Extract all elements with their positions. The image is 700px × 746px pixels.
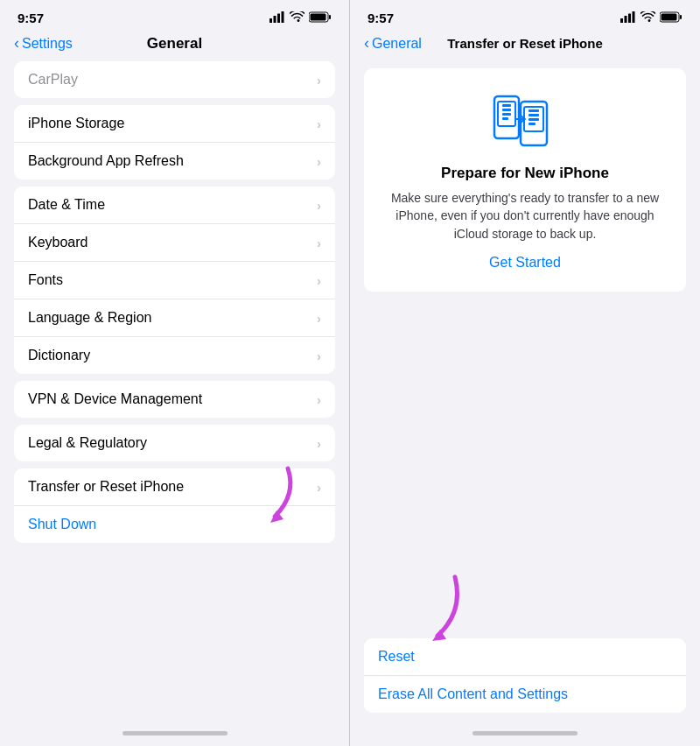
wifi-icon [290,11,304,25]
back-button-right[interactable]: ‹ General [364,34,422,53]
status-bar-left: 9:57 [0,0,349,31]
prepare-icon [490,89,560,154]
svg-rect-10 [628,13,631,23]
legal-chevron: › [317,436,321,451]
background-refresh-item[interactable]: Background App Refresh › [14,143,335,179]
bottom-section-wrapper: Reset Erase All Content and Settings [350,638,700,720]
home-indicator-right [350,720,700,746]
datetime-section: Date & Time › Keyboard › Fonts › Languag… [14,186,335,374]
background-refresh-chevron: › [317,154,321,169]
battery-icon [309,11,332,25]
background-refresh-label: Background App Refresh [28,153,184,169]
reset-label: Reset [378,649,415,665]
reset-bottom-section: Reset Erase All Content and Settings [364,638,686,713]
language-region-item[interactable]: Language & Region › [14,299,335,337]
transfer-reset-chevron: › [317,480,321,495]
nav-bar-right: ‹ General Transfer or Reset iPhone [350,31,700,61]
dictionary-chevron: › [317,348,321,363]
home-bar-right [472,731,578,735]
vpn-section: VPN & Device Management › [14,381,335,418]
reset-section: Transfer or Reset iPhone › Shut Down [14,468,335,543]
left-panel: 9:57 ‹ Settings General CarPlay › [0,0,350,746]
svg-rect-0 [270,18,272,23]
svg-rect-20 [502,117,508,120]
svg-rect-14 [680,15,682,19]
vpn-label: VPN & Device Management [28,391,202,407]
spacer-right [350,299,700,638]
svg-rect-24 [528,114,539,116]
vpn-chevron: › [317,392,321,407]
back-button-left[interactable]: ‹ Settings [14,34,73,53]
home-bar-left [122,731,228,735]
iphone-storage-label: iPhone Storage [28,116,124,131]
keyboard-item[interactable]: Keyboard › [14,224,335,262]
get-started-link[interactable]: Get Started [489,255,561,271]
legal-item[interactable]: Legal & Regulatory › [14,425,335,461]
svg-rect-25 [528,118,539,121]
back-chevron-left: ‹ [14,34,19,53]
carplay-chevron: › [317,73,321,88]
prepare-desc: Make sure everything's ready to transfer… [382,189,668,243]
page-title-right: Transfer or Reset iPhone [447,36,603,51]
fonts-chevron: › [317,273,321,288]
fonts-label: Fonts [28,272,63,288]
svg-rect-3 [282,11,284,23]
svg-rect-26 [528,123,536,125]
transfer-section-wrapper: Transfer or Reset iPhone › Shut Down [0,468,349,543]
time-right: 9:57 [368,11,394,25]
signal-icon [270,11,285,25]
erase-item[interactable]: Erase All Content and Settings [364,676,686,713]
svg-rect-6 [329,15,331,19]
svg-rect-13 [662,13,677,20]
date-time-chevron: › [317,198,321,213]
language-region-label: Language & Region [28,310,151,326]
iphone-storage-item[interactable]: iPhone Storage › [14,105,335,143]
home-indicator-left [0,720,349,746]
prepare-card: Prepare for New iPhone Make sure everyth… [364,68,686,292]
carplay-label: CarPlay [28,72,78,88]
date-time-item[interactable]: Date & Time › [14,186,335,224]
svg-rect-2 [277,13,280,23]
dictionary-label: Dictionary [28,348,90,363]
svg-rect-9 [625,16,627,23]
svg-rect-23 [528,109,539,112]
signal-icon-right [620,11,636,25]
svg-rect-5 [311,13,326,20]
nav-bar-left: ‹ Settings General [0,31,349,61]
svg-rect-17 [502,104,511,107]
page-title-left: General [147,35,202,53]
status-icons-right [620,11,682,25]
svg-rect-11 [633,11,635,23]
status-bar-right: 9:57 [350,0,700,31]
transfer-reset-label: Transfer or Reset iPhone [28,479,184,495]
transfer-reset-item[interactable]: Transfer or Reset iPhone › [14,468,335,506]
carplay-item[interactable]: CarPlay › [14,61,335,98]
battery-icon-right [660,11,682,25]
back-label-right: General [372,36,422,52]
erase-label: Erase All Content and Settings [378,686,568,702]
svg-rect-19 [502,113,511,116]
dictionary-item[interactable]: Dictionary › [14,337,335,374]
iphone-storage-chevron: › [317,116,321,131]
legal-section: Legal & Regulatory › [14,425,335,461]
shutdown-item[interactable]: Shut Down [14,506,335,543]
carplay-section: CarPlay › [14,61,335,98]
back-chevron-right: ‹ [364,34,369,53]
wifi-icon-right [640,11,655,25]
shutdown-label: Shut Down [28,517,96,532]
legal-label: Legal & Regulatory [28,435,147,451]
fonts-item[interactable]: Fonts › [14,262,335,299]
storage-section: iPhone Storage › Background App Refresh … [14,105,335,179]
vpn-item[interactable]: VPN & Device Management › [14,381,335,418]
time-left: 9:57 [18,11,44,25]
svg-rect-8 [620,18,623,23]
language-region-chevron: › [317,311,321,326]
keyboard-chevron: › [317,236,321,250]
settings-list: CarPlay › iPhone Storage › Background Ap… [0,61,349,720]
status-icons-left [270,11,332,25]
right-panel: 9:57 ‹ General Transfer or Reset iPhone [350,0,700,746]
svg-rect-1 [274,16,276,23]
reset-item[interactable]: Reset [364,638,686,676]
back-label-left: Settings [22,36,73,52]
svg-rect-18 [502,109,511,111]
